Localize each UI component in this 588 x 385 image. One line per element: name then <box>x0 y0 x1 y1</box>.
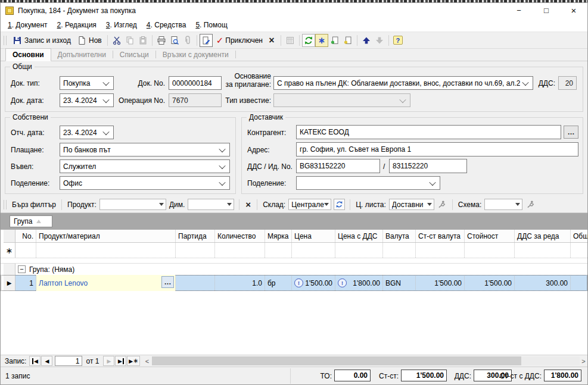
vat-number-field[interactable]: BG831152220 <box>296 159 380 173</box>
column-header-value-currency[interactable]: Ст-ст валута <box>416 230 465 243</box>
column-header-price-vat[interactable]: Цена с ДДС <box>335 230 383 243</box>
cell-value[interactable]: 1'500.00 <box>465 275 515 291</box>
report-date-picker[interactable]: 23. 4.2024 <box>60 126 114 139</box>
next-record-button[interactable]: ▶ <box>103 356 114 366</box>
menu-document[interactable]: 1. Документ <box>3 19 52 31</box>
current-record-field[interactable]: 1 <box>55 356 82 366</box>
maximize-button[interactable]: □ <box>533 3 560 18</box>
product-filter-combobox[interactable] <box>99 199 166 210</box>
new-row-cell[interactable] <box>15 243 36 258</box>
new-button[interactable]: Нов <box>74 35 105 46</box>
basis-combobox[interactable]: С право на пълен ДК: Облагаеми доставки,… <box>273 76 533 90</box>
new-record-button[interactable]: ▶∗ <box>127 356 140 366</box>
previous-record-button[interactable]: ◀ <box>41 356 52 366</box>
cell-currency[interactable]: BGN <box>383 275 416 291</box>
help-button[interactable]: ? <box>391 34 405 47</box>
tab-lists[interactable]: Списъци <box>113 49 155 61</box>
column-header-value[interactable]: Стойност <box>465 230 515 243</box>
column-header-quantity[interactable]: Количество <box>215 230 265 243</box>
cell-price[interactable]: ! 1'500.00 <box>292 275 335 291</box>
doc-date-picker[interactable]: 23. 4.2024 <box>60 93 114 107</box>
refresh-button[interactable] <box>302 34 315 47</box>
column-header-vat-row[interactable]: ДДС за реда <box>515 230 571 243</box>
new-row-cell[interactable] <box>515 243 571 258</box>
new-row-cell[interactable] <box>571 243 587 258</box>
new-row-cell[interactable] <box>292 243 335 258</box>
print-preview-button[interactable] <box>168 34 181 47</box>
column-header-currency[interactable]: Валута <box>383 230 416 243</box>
first-record-button[interactable]: ◀ <box>29 356 41 366</box>
attachments-button[interactable] <box>181 34 194 47</box>
dim-filter-combobox[interactable] <box>188 199 234 210</box>
highlight-toggle[interactable]: ∗ <box>315 34 328 47</box>
cell-unit[interactable]: бр <box>265 275 292 291</box>
new-row-cell[interactable] <box>36 243 176 258</box>
menu-help[interactable]: 5. Помощ <box>191 19 232 31</box>
cell-product[interactable]: Лаптоп Lenovo … <box>36 275 176 291</box>
apply-price-list-button[interactable] <box>437 199 447 210</box>
new-row-cell[interactable] <box>335 243 383 258</box>
new-row-cell[interactable] <box>465 243 515 258</box>
entered-by-combobox[interactable]: Служител <box>60 159 230 173</box>
tab-additional[interactable]: Допълнителни <box>51 49 113 61</box>
menu-edit[interactable]: 2. Редакция <box>52 19 101 31</box>
apply-scheme-button[interactable] <box>525 199 536 210</box>
new-row-cell[interactable] <box>383 243 416 258</box>
vat-rate-field[interactable]: 20 <box>558 76 577 90</box>
move-up-button[interactable] <box>360 34 373 47</box>
clear-filter-button[interactable]: × <box>242 199 254 209</box>
column-header-no[interactable]: No. <box>15 230 36 243</box>
collapse-group-button[interactable]: − <box>18 265 26 273</box>
new-row-cell[interactable] <box>176 243 215 258</box>
new-row-cell[interactable] <box>215 243 265 258</box>
address-field[interactable]: гр. София, ул. Съвет на Европа 1 <box>296 142 578 156</box>
quick-filter-button[interactable]: Бърз филтър <box>12 201 56 209</box>
item-row[interactable]: ▶ 1 Лаптоп Lenovo … 1.0 бр ! 1'500.00 ! … <box>1 275 587 291</box>
delete-button[interactable]: × <box>265 34 278 47</box>
menu-tools[interactable]: 4. Средства <box>142 19 191 31</box>
cell-batch[interactable] <box>176 275 215 291</box>
column-header-product[interactable]: Продукт/материал <box>36 230 176 243</box>
print-button[interactable] <box>155 34 168 47</box>
cell-vat-row[interactable]: 300.00 <box>515 275 571 291</box>
column-header-total[interactable]: Обща <box>571 230 587 243</box>
column-header-price[interactable]: Цена <box>292 230 335 243</box>
cut-button[interactable] <box>110 34 123 47</box>
cell-value-currency[interactable]: 1'500.00 <box>416 275 465 291</box>
cell-no[interactable]: 1 <box>15 275 36 291</box>
doc-type-combobox[interactable]: Покупка <box>60 76 114 90</box>
move-down-button[interactable] <box>373 34 386 47</box>
own-division-combobox[interactable]: Офис <box>60 176 230 190</box>
price-list-combobox[interactable]: Доставни <box>389 199 434 210</box>
scheme-combobox[interactable] <box>484 199 522 210</box>
column-header-batch[interactable]: Партида <box>176 230 215 243</box>
tab-document-links[interactable]: Връзки с документи <box>156 49 235 61</box>
new-row[interactable]: ∗ <box>1 243 587 258</box>
menu-view[interactable]: 3. Изглед <box>101 19 142 31</box>
close-button[interactable]: × <box>560 3 587 18</box>
horizontal-scrollbar-track[interactable] <box>521 356 580 365</box>
save-exit-button[interactable]: Запис и изход <box>10 35 74 46</box>
edit-mode-toggle[interactable] <box>200 34 213 47</box>
cell-total[interactable] <box>571 275 587 291</box>
last-record-button[interactable]: ▶ <box>115 356 126 366</box>
scroll-left-button[interactable]: < <box>143 356 151 366</box>
new-row-cell[interactable] <box>416 243 465 258</box>
copy-document-button[interactable] <box>328 34 341 47</box>
minimize-button[interactable]: − <box>505 3 533 18</box>
cell-price-vat[interactable]: ! 1'800.00 <box>335 275 383 291</box>
warehouse-combobox[interactable]: Централе <box>288 199 331 210</box>
row-selector[interactable]: ▶ <box>4 275 15 291</box>
scroll-right-button[interactable]: > <box>580 356 587 366</box>
product-browse-button[interactable]: … <box>161 276 174 288</box>
journal-button[interactable] <box>284 34 297 47</box>
column-header-unit[interactable]: Мярка <box>265 230 292 243</box>
new-row-cell[interactable] <box>265 243 292 258</box>
copy-from-document-button[interactable] <box>341 34 354 47</box>
contractor-field[interactable]: КАТЕКС ЕООД <box>296 125 561 139</box>
doc-no-field[interactable]: 0000000184 <box>169 76 222 90</box>
payment-combobox[interactable]: По банков път <box>60 143 230 156</box>
group-by-chip[interactable]: Група <box>10 215 52 227</box>
supplier-division-combobox[interactable] <box>296 176 440 190</box>
tab-main[interactable]: Основни <box>5 48 51 61</box>
